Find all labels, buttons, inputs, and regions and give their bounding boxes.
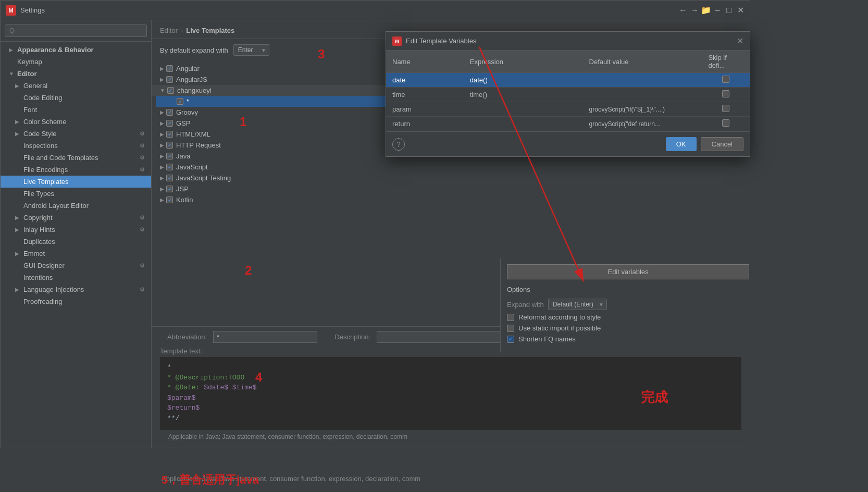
sidebar-item-font[interactable]: Font — [1, 104, 151, 116]
dialog-close-button[interactable]: ✕ — [737, 36, 743, 46]
group-checkbox-jsp[interactable] — [166, 186, 173, 192]
sidebar-item-proofreading[interactable]: Proofreading — [1, 296, 151, 308]
sidebar-item-duplicates[interactable]: Duplicates — [1, 236, 151, 248]
folder-button[interactable]: 📁 — [702, 6, 710, 15]
close-button[interactable]: ✕ — [736, 6, 745, 15]
applicable-label: Applicable in Java; Java statement, cons… — [168, 433, 407, 440]
tpl-group-jsp: ▶ JSP — [152, 183, 750, 194]
sidebar-item-language-injections[interactable]: ▶ Language Injections ⚙ — [1, 284, 151, 296]
group-label: Groovy — [176, 108, 198, 116]
sidebar-item-intentions[interactable]: Intentions — [1, 272, 151, 284]
arrow-icon: ▶ — [15, 215, 21, 220]
sidebar-item-emmet[interactable]: ▶ Emmet — [1, 248, 151, 260]
minimize-button[interactable]: – — [713, 6, 722, 15]
sidebar-item-file-code-templates[interactable]: File and Code Templates ⚙ — [1, 152, 151, 164]
ok-button[interactable]: OK — [666, 137, 697, 151]
table-row-time[interactable]: time time() — [386, 88, 750, 102]
table-row-param[interactable]: param groovyScript("if(\"${_1}\"....) — [386, 102, 750, 117]
reformat-checkbox[interactable] — [507, 314, 514, 321]
var-skip-return[interactable] — [702, 117, 750, 131]
sidebar-item-keymap[interactable]: Keymap — [1, 56, 151, 68]
sidebar-item-label: File and Code Templates — [23, 154, 98, 162]
expand-dropdown[interactable]: Enter Tab Space — [233, 44, 269, 56]
template-text-editor[interactable]: * * @Description:TODO * @Date: $date$ $t… — [160, 357, 741, 430]
sidebar-item-label: Inlay Hints — [23, 226, 55, 233]
sidebar-item-editor[interactable]: ▼ Editor — [1, 68, 151, 80]
app-icon: M — [6, 5, 16, 16]
sidebar-item-label: File Encodings — [23, 166, 68, 174]
tpl-group-header-kotlin[interactable]: ▶ Kotlin — [152, 194, 750, 205]
search-input[interactable] — [5, 24, 147, 37]
chevron-icon: ▶ — [160, 131, 164, 137]
group-checkbox-gsp[interactable] — [166, 120, 173, 127]
var-default-date — [583, 73, 702, 88]
chevron-icon: ▶ — [160, 164, 164, 170]
group-label: JavaScript Testing — [176, 174, 231, 182]
group-checkbox-http[interactable] — [166, 142, 173, 149]
sidebar-item-file-encodings[interactable]: File Encodings ⚙ — [1, 164, 151, 176]
sidebar-item-copyright[interactable]: ▶ Copyright ⚙ — [1, 212, 151, 224]
group-checkbox-changxueyi[interactable] — [167, 87, 174, 94]
sidebar-item-gui-designer[interactable]: GUI Designer ⚙ — [1, 260, 151, 272]
arrow-icon: ▶ — [15, 251, 21, 256]
var-skip-time[interactable] — [702, 88, 750, 102]
tpl-group-header-jsp[interactable]: ▶ JSP — [152, 183, 750, 194]
expand-with-label: Expand with — [507, 301, 544, 309]
group-checkbox-angularjs[interactable] — [166, 76, 173, 83]
sidebar-item-inlay-hints[interactable]: ▶ Inlay Hints ⚙ — [1, 224, 151, 236]
sidebar-item-color-scheme[interactable]: ▶ Color Scheme — [1, 116, 151, 128]
table-row-return[interactable]: return groovyScript("def return... — [386, 117, 750, 131]
help-button[interactable]: ? — [392, 138, 405, 151]
chevron-icon: ▼ — [160, 88, 165, 93]
variables-table-body: date date() time time() param groovyScri… — [386, 73, 750, 131]
static-import-checkbox[interactable] — [507, 325, 514, 332]
tpl-group-header-js-testing[interactable]: ▶ JavaScript Testing — [152, 173, 750, 183]
group-checkbox-js-testing[interactable] — [166, 175, 173, 181]
group-checkbox-html[interactable] — [166, 131, 173, 138]
col-header-default: Default value — [583, 51, 702, 73]
expand-with-dropdown[interactable]: Default (Enter) Tab Space — [548, 299, 607, 310]
sidebar-item-live-templates[interactable]: Live Templates — [1, 176, 151, 188]
sidebar-item-code-style[interactable]: ▶ Code Style ⚙ — [1, 128, 151, 140]
settings-icon: ⚙ — [140, 214, 145, 221]
back-button[interactable]: ← — [679, 6, 687, 15]
var-skip-param[interactable] — [702, 102, 750, 117]
var-expr-time: time() — [464, 88, 583, 102]
cancel-button[interactable]: Cancel — [701, 137, 743, 151]
edit-variables-button[interactable]: Edit variables — [507, 264, 749, 279]
expand-with-dropdown-wrap: Default (Enter) Tab Space ▼ — [548, 299, 607, 310]
var-name-time: time — [386, 88, 464, 102]
forward-button[interactable]: → — [690, 6, 699, 15]
dialog-footer: ? OK Cancel — [386, 131, 750, 156]
shorten-fq-checkbox[interactable]: ✓ — [507, 336, 514, 343]
skip-checkbox-date[interactable] — [722, 76, 729, 83]
maximize-button[interactable]: □ — [725, 6, 733, 15]
sidebar-item-appearance[interactable]: ▶ Appearance & Behavior — [1, 44, 151, 56]
sidebar-item-file-types[interactable]: File Types — [1, 188, 151, 200]
settings-icon: ⚙ — [140, 130, 145, 137]
col-header-expression: Expression — [464, 51, 583, 73]
sidebar-item-general[interactable]: ▶ General — [1, 80, 151, 92]
group-checkbox-groovy[interactable] — [166, 109, 173, 116]
group-checkbox-kotlin[interactable] — [166, 196, 173, 203]
sidebar-item-label: Editor — [17, 70, 37, 78]
sidebar-item-inspections[interactable]: Inspections ⚙ — [1, 140, 151, 152]
group-checkbox-angular[interactable] — [166, 65, 173, 72]
tpl-group-header-javascript[interactable]: ▶ JavaScript — [152, 162, 750, 173]
group-checkbox-javascript[interactable] — [166, 164, 173, 170]
skip-checkbox-param[interactable] — [722, 105, 729, 112]
sidebar-item-android-layout[interactable]: Android Layout Editor — [1, 200, 151, 212]
abbreviation-input[interactable] — [213, 331, 317, 343]
expand-label: By default expand with — [160, 46, 228, 54]
sidebar-item-label: Appearance & Behavior — [17, 46, 94, 54]
skip-checkbox-time[interactable] — [722, 90, 729, 97]
col-header-skip: Skip if defi... — [702, 51, 750, 73]
sidebar-item-code-editing[interactable]: Code Editing — [1, 92, 151, 104]
arrow-icon: ▶ — [15, 83, 21, 89]
var-default-param: groovyScript("if(\"${_1}\"....) — [583, 102, 702, 117]
skip-checkbox-return[interactable] — [722, 119, 729, 127]
var-skip-date[interactable] — [702, 73, 750, 88]
item-checkbox-star[interactable] — [177, 98, 183, 105]
group-checkbox-java[interactable] — [166, 153, 173, 159]
table-row-date[interactable]: date date() — [386, 73, 750, 88]
